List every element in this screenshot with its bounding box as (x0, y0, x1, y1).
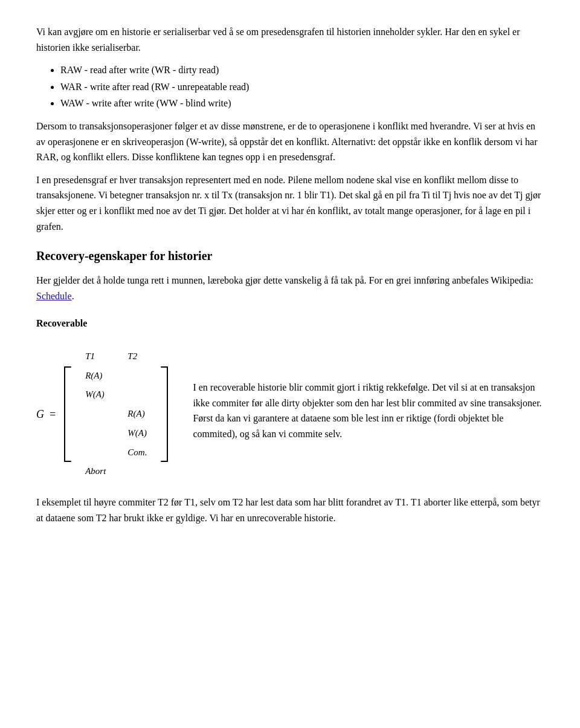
list-item-war: WAR - write after read (RW - unrepeatabl… (60, 79, 544, 95)
recovery-intro-text: Her gjelder det å holde tunga rett i mun… (36, 275, 533, 285)
matrix-t2: T2 (127, 348, 147, 365)
matrix-r1: R(A) (85, 368, 106, 385)
matrix-r2a: R(A) (127, 406, 147, 423)
section-heading-recovery: Recovery-egenskaper for historier (36, 246, 544, 265)
matrix-w2a: W(A) (127, 425, 147, 442)
list-item-waw: WAW - write after write (WW - blind writ… (60, 96, 544, 111)
list-item-raw: RAW - read after write (WR - dirty read) (60, 62, 544, 78)
recoverable-description: I en recoverable historie blir commit gj… (193, 380, 544, 441)
page-content: Vi kan avgjøre om en historie er seriali… (36, 24, 544, 525)
matrix-equals-sign: = (49, 406, 56, 423)
period: . (72, 291, 74, 301)
matrix-abort: Abort (85, 463, 106, 480)
matrix-section: G = T1 T2 R(A) W(A) R(A) W(A) Com. Abor (36, 343, 544, 485)
matrix-g-label: G (36, 406, 44, 423)
intro-paragraph: Vi kan avgjøre om en historie er seriali… (36, 24, 544, 55)
right-bracket-icon (159, 366, 171, 463)
matrix-w1: W(A) (85, 386, 106, 403)
matrix-empty-2 (127, 386, 147, 403)
matrix-body: T1 T2 R(A) W(A) R(A) W(A) Com. Abort (78, 343, 154, 485)
left-bracket-icon (61, 366, 73, 463)
precedence-graph-explanation: I en presedensgraf er hver transaksjon r… (36, 172, 544, 234)
matrix-t1: T1 (85, 348, 106, 365)
matrix-equation: G = T1 T2 R(A) W(A) R(A) W(A) Com. Abor (36, 343, 171, 485)
recovery-intro: Her gjelder det å holde tunga rett i mun… (36, 273, 544, 304)
example-explanation: I eksemplet til høyre commiter T2 før T1… (36, 495, 544, 525)
matrix-empty-6 (127, 463, 147, 480)
conflict-types-list: RAW - read after write (WR - dirty read)… (60, 62, 544, 111)
matrix-description: I en recoverable historie blir commit gj… (193, 343, 544, 449)
matrix-empty-5 (85, 444, 106, 461)
matrix-empty-4 (85, 425, 106, 442)
recoverable-heading: Recoverable (36, 316, 544, 331)
matrix-empty-3 (85, 406, 106, 423)
schedule-link[interactable]: Schedule (36, 291, 72, 301)
matrix-empty-1 (127, 368, 147, 385)
matrix-com: Com. (127, 444, 147, 461)
conflict-explanation: Dersom to transaksjonsoperasjoner følger… (36, 119, 544, 165)
